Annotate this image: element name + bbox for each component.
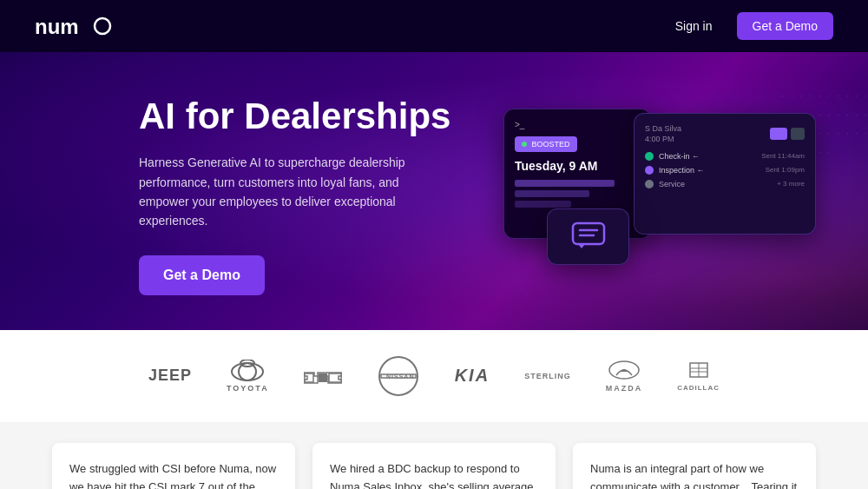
mockup-contact-card: S Da Silva 4:00 PM Check-in ← Sent 11:44… <box>634 113 816 235</box>
nav-actions: Sign in Get a Demo <box>665 12 833 40</box>
mockup-chat-card <box>547 208 629 265</box>
sterling-wordmark: STERLING <box>524 372 571 380</box>
logo-sterling: STERLING <box>524 372 571 380</box>
signin-button[interactable]: Sign in <box>665 14 723 38</box>
testimonial-quote-3: Numa is an integral part of how we commu… <box>590 460 799 489</box>
hero-title: AI for Dealerships <box>139 96 469 137</box>
testimonials-section: We struggled with CSI before Numa, now w… <box>0 422 868 489</box>
mockup-service-row: Service + 3 more <box>645 180 805 188</box>
logo-nissan: NISSAN <box>377 354 420 398</box>
logos-section: JEEP TOYOTA NISSAN KIA STERLING <box>0 330 868 422</box>
service-status: + 3 more <box>777 180 805 188</box>
svg-rect-2 <box>573 223 604 244</box>
svg-rect-11 <box>329 373 341 382</box>
hero-subtitle: Harness Generative AI to supercharge dea… <box>139 153 417 231</box>
svg-rect-10 <box>319 373 327 382</box>
svg-rect-9 <box>305 373 313 382</box>
nav-demo-button[interactable]: Get a Demo <box>737 12 833 40</box>
logo-kia: KIA <box>455 366 490 386</box>
logo-toyota: TOYOTA <box>227 360 269 393</box>
testimonial-quote-2: We hired a BDC backup to respond to Numa… <box>330 460 538 489</box>
logo-jeep: JEEP <box>148 367 192 385</box>
checkin-dot <box>645 152 654 161</box>
svg-text:num: num <box>35 15 79 38</box>
hero-demo-button[interactable]: Get a Demo <box>139 255 265 295</box>
checkin-label: Check-in ← <box>659 152 756 161</box>
nissan-icon: NISSAN <box>377 354 420 398</box>
testimonial-card-2: We hired a BDC backup to respond to Numa… <box>312 443 556 489</box>
mazda-icon <box>608 360 641 380</box>
cadillac-group: CADILLAC <box>677 360 720 392</box>
hero-section: AI for Dealerships Harness Generative AI… <box>0 52 868 330</box>
inspection-status: Sent 1:09pm <box>766 166 805 174</box>
checkin-status: Sent 11:44am <box>761 152 805 160</box>
cadillac-icon <box>687 360 711 380</box>
svg-point-1 <box>95 18 110 34</box>
cadillac-wordmark: CADILLAC <box>677 384 720 392</box>
mockup-contact-row: S Da Silva 4:00 PM <box>645 124 805 143</box>
mazda-group: MAZDA <box>606 360 643 393</box>
hero-text-block: AI for Dealerships Harness Generative AI… <box>139 96 469 295</box>
toyota-wordmark: TOYOTA <box>227 384 269 393</box>
logo: num <box>35 13 113 39</box>
kia-wordmark: KIA <box>455 366 490 386</box>
logo-chevrolet <box>304 364 342 388</box>
service-dot <box>645 180 654 188</box>
service-label: Service <box>659 180 772 188</box>
logo-mazda: MAZDA <box>606 360 643 393</box>
mockup-inspection-row: Inspection ← Sent 1:09pm <box>645 166 805 175</box>
logo-svg: num <box>35 13 113 39</box>
inspection-label: Inspection ← <box>659 166 760 175</box>
mockup-checkin-row: Check-in ← Sent 11:44am <box>645 152 805 161</box>
inspection-dot <box>645 166 654 175</box>
testimonial-card-3: Numa is an integral part of how we commu… <box>573 443 816 489</box>
mockup-decorative-lines <box>515 180 640 208</box>
hero-content: AI for Dealerships Harness Generative AI… <box>0 52 868 330</box>
testimonial-quote-1: We struggled with CSI before Numa, now w… <box>69 460 278 489</box>
mockup-time: Tuesday, 9 AM <box>515 159 640 173</box>
chat-bubble-icon <box>571 221 606 251</box>
toyota-icon <box>230 360 265 384</box>
logo-cadillac: CADILLAC <box>677 360 720 392</box>
mockup-badge: BOOSTED <box>515 136 577 152</box>
navbar: num Sign in Get a Demo <box>0 0 868 52</box>
jeep-wordmark: JEEP <box>148 367 192 385</box>
hero-mockup: >_ BOOSTED Tuesday, 9 AM S Da Silva <box>503 100 816 291</box>
chevrolet-icon <box>304 364 342 388</box>
mazda-wordmark: MAZDA <box>606 384 643 393</box>
svg-text:NISSAN: NISSAN <box>386 373 414 379</box>
svg-marker-5 <box>578 244 585 248</box>
testimonial-card-1: We struggled with CSI before Numa, now w… <box>52 443 295 489</box>
